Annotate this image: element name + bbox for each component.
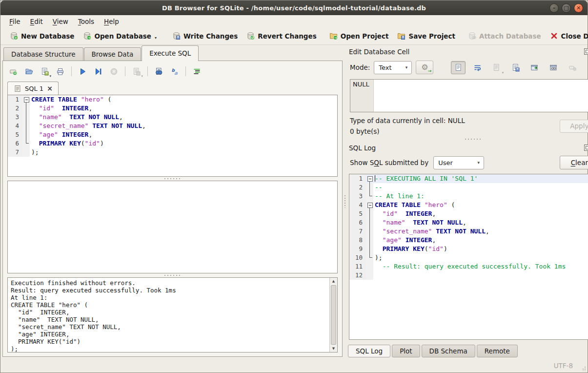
scroll-up-icon[interactable]: ▲ [330,278,337,285]
code-text[interactable] [373,271,588,280]
menu-view[interactable]: View [48,17,73,26]
close-icon[interactable]: ✕ [574,3,583,13]
code-text[interactable]: -- EXECUTING ALL IN 'SQL 1' [373,174,588,183]
splitter-handle[interactable] [7,273,338,277]
sql-editor[interactable]: 1CREATE TABLE "hero" (2 "id" INTEGER,3 "… [7,95,338,177]
minimize-icon[interactable]: – [549,3,559,13]
cell-editor[interactable]: NULL [350,79,588,112]
mode-combobox[interactable]: Text ▾ [374,61,412,74]
apply-button[interactable]: Apply [560,120,588,133]
attach-database-button[interactable]: Attach Database [464,30,545,42]
dock-tab-db-schema[interactable]: DB Schema [422,345,475,357]
code-text[interactable]: ); [373,253,588,262]
fold-marker[interactable] [366,174,373,183]
clear-log-button[interactable]: Clear [560,156,588,169]
dock-tab-plot[interactable]: Plot [392,345,420,357]
dropdown-arrow-icon[interactable]: ▾ [49,74,51,78]
code-text[interactable]: CREATE TABLE "hero" ( [373,201,588,209]
close-tab-icon[interactable]: × [47,85,53,92]
code-text[interactable]: "secret_name" TEXT NOT NULL, [30,122,337,130]
execute-current-line-button[interactable] [92,65,104,77]
menu-edit[interactable]: Edit [25,17,48,26]
dock-tab-sql-log[interactable]: SQL Log [348,345,390,357]
titlebar[interactable]: DB Browser for SQLite - /home/user/code/… [0,0,588,15]
code-text[interactable]: -- [373,183,588,192]
menu-file[interactable]: File [4,17,25,26]
splitter-handle[interactable] [7,177,338,181]
print-sql-button[interactable] [54,65,66,77]
code-text[interactable]: "secret_name" TEXT NOT NULL, [373,227,588,236]
database-revert-icon: ↺ [246,32,255,40]
splitter-handle[interactable] [347,137,588,141]
panel-splitter[interactable] [343,45,346,358]
code-text[interactable]: "age" INTEGER, [373,236,588,245]
scroll-down-icon[interactable]: ▼ [330,345,337,352]
replace-button[interactable]: ba [168,65,181,77]
import-data-button[interactable]: ▾ [489,61,504,74]
code-text[interactable]: ); [30,148,337,157]
code-text[interactable]: -- Result: query executed successfully. … [373,262,588,271]
tab-browse-data[interactable]: Browse Data [84,47,142,61]
find-button[interactable] [153,65,165,77]
code-text[interactable]: PRIMARY KEY("id") [30,139,337,148]
menu-tools[interactable]: Tools [73,17,99,26]
open-sql-file-button[interactable] [23,65,35,77]
cell-editor-content[interactable] [374,80,588,112]
cell-type-info: Type of data currently in cell: NULL [350,117,465,124]
sql-log-dock-header[interactable]: SQL Log × [347,142,588,153]
fold-marker[interactable] [366,201,373,209]
revert-changes-button[interactable]: ↺Revert Changes [243,30,320,42]
dropdown-arrow-icon[interactable]: ▾ [502,71,504,75]
code-text[interactable]: PRIMARY KEY("id") [373,245,588,253]
maximize-icon[interactable]: □ [562,3,571,13]
save-sql-file-button[interactable]: ▾ [39,65,51,77]
dropdown-arrow-icon[interactable]: ▾ [155,36,157,40]
sql-tab[interactable]: SQL 1 × [7,82,59,95]
menu-help[interactable]: Help [99,17,124,26]
line-number: 11 [349,262,366,271]
dropdown-arrow-icon[interactable]: ▾ [141,74,143,78]
copy-link-button[interactable] [546,61,561,74]
close-database-button[interactable]: Close Database [546,30,588,42]
format-sql-button[interactable] [191,65,203,77]
auto-apply-button[interactable]: ⚙ → [416,61,433,74]
edit-cell-dock-header[interactable]: Edit Database Cell × [347,46,588,57]
tab-database-structure[interactable]: Database Structure [3,47,83,61]
open-database-button[interactable]: →Open Database▾ [79,30,160,42]
code-text[interactable]: -- At line 1: [373,192,588,201]
results-grid-pane[interactable] [7,181,338,273]
write-changes-button[interactable]: Write Changes [168,30,242,42]
new-sql-tab-button[interactable]: + [7,65,20,77]
tab-execute-sql[interactable]: Execute SQL [142,45,199,61]
scrollbar-thumb[interactable] [331,285,336,345]
stop-execution-button[interactable] [108,65,120,77]
print-cell-button[interactable] [584,61,588,74]
open-project-button[interactable]: →Open Project [325,30,393,42]
fold-marker[interactable] [22,95,30,104]
word-wrap-button[interactable] [470,61,485,74]
execution-results-text[interactable]: Execution finished without errors. Resul… [8,278,329,352]
code-text[interactable]: "name" TEXT NOT NULL, [373,218,588,227]
resize-grip[interactable] [581,366,586,371]
export-data-button[interactable] [508,61,523,74]
open-in-external-button[interactable] [527,61,542,74]
code-text[interactable]: "age" INTEGER, [30,130,337,139]
export-results-button[interactable]: ▾ [130,65,142,77]
dock-tab-remote[interactable]: Remote [477,345,518,357]
save-project-button[interactable]: Save Project [393,30,459,42]
code-line: 7 "secret_name" TEXT NOT NULL, [349,227,588,236]
sql-log-editor[interactable]: 1-- EXECUTING ALL IN 'SQL 1'2--3-- At li… [349,174,588,340]
mode-text-button[interactable] [451,61,466,74]
undock-icon[interactable] [584,48,588,55]
log-filter-combobox[interactable]: User ▾ [433,156,484,169]
new-database-button[interactable]: +New Database [6,30,78,42]
undock-icon[interactable] [584,145,588,151]
execute-all-button[interactable] [77,65,89,77]
set-as-null-button[interactable] [565,61,580,74]
encoding-indicator[interactable]: UTF-8 [554,362,573,370]
code-text[interactable]: "name" TEXT NOT NULL, [30,113,337,122]
code-text[interactable]: CREATE TABLE "hero" ( [30,95,337,104]
vertical-scrollbar[interactable]: ▲ ▼ [329,278,337,352]
code-text[interactable]: "id" INTEGER, [30,104,337,113]
code-text[interactable]: "id" INTEGER, [373,209,588,218]
